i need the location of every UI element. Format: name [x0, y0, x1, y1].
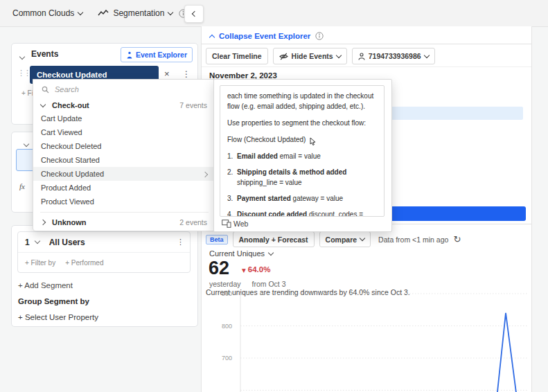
chevron-down-icon: [168, 9, 173, 15]
segment-filter-by-link[interactable]: + Filter by: [25, 259, 55, 267]
chevron-down-icon: [40, 101, 46, 107]
eye-off-icon: [279, 53, 288, 60]
platform-row: Web: [222, 220, 248, 228]
data-freshness-label: Data from <1 min ago: [378, 235, 448, 244]
description-paragraph: each time something is updated in the ch…: [227, 91, 377, 112]
segment-box: 1 All Users ⋮ + Filter by + Performed: [17, 231, 191, 273]
view-switcher[interactable]: Segmentation: [98, 8, 173, 18]
metric-label: Current Uniques: [209, 249, 265, 258]
dropdown-item[interactable]: Product Viewed: [33, 195, 215, 208]
beta-badge: Beta: [206, 235, 228, 244]
remove-event-button[interactable]: ×: [164, 69, 170, 79]
chevron-right-icon: [202, 172, 208, 177]
down-triangle-icon: ▾: [242, 265, 246, 275]
clear-timeline-button[interactable]: Clear Timeline: [206, 48, 268, 64]
metric-period-row: yesterday from Oct 3: [209, 280, 286, 288]
refresh-icon[interactable]: ↻: [453, 234, 461, 244]
platform-label: Web: [233, 220, 248, 228]
events-title: Events: [31, 49, 58, 59]
change-percent: 64.0%: [248, 265, 271, 275]
search-placeholder: Search: [55, 85, 79, 93]
info-icon[interactable]: [315, 32, 324, 40]
project-switcher[interactable]: Common Clouds: [12, 8, 82, 18]
chevron-left-icon: [192, 11, 197, 17]
chevron-down-icon: [268, 249, 274, 255]
dropdown-item-active[interactable]: Checkout Updated: [33, 167, 215, 181]
metric-change: ▾ 64.0%: [242, 265, 270, 275]
group-label: Check-out: [52, 101, 89, 109]
group-segment-by-label: Group Segment by: [18, 297, 89, 305]
chevron-down-icon: [78, 9, 83, 15]
collapse-sidebar-button[interactable]: [184, 5, 204, 23]
app-window: Common Clouds Segmentation Events Event …: [0, 0, 548, 392]
dropdown-item[interactable]: Checkout Deleted: [33, 139, 215, 153]
flow-step: 4. Discount code added discount_codes = …: [227, 209, 377, 217]
segment-index: 1: [25, 238, 30, 247]
select-user-property-link[interactable]: + Select User Property: [18, 313, 98, 321]
chevron-down-icon[interactable]: [34, 238, 39, 244]
collapse-measured-icon[interactable]: [24, 139, 28, 148]
flow-step: 3. Payment started gateway = value: [227, 193, 377, 204]
anomaly-forecast-button[interactable]: Anomaly + Forecast: [233, 231, 315, 247]
segment-performed-link[interactable]: + Performed: [65, 259, 103, 267]
dropdown-unknown-group[interactable]: Unknown 2 events: [33, 214, 215, 231]
drag-handle[interactable]: ⋮⋮: [17, 69, 30, 78]
metric-value: 62: [209, 258, 229, 279]
unknown-label: Unknown: [52, 218, 87, 226]
search-icon: [42, 86, 49, 93]
chevron-down-icon: [360, 235, 365, 241]
dropdown-item[interactable]: Checkout Started: [33, 153, 215, 167]
chart-controls-row: Beta Anomaly + Forecast Compare Data fro…: [206, 231, 461, 247]
toolbar-divider: [202, 66, 531, 67]
collapse-explorer-row: Collapse Event Explorer: [210, 32, 324, 40]
segment-name[interactable]: All Users: [49, 238, 85, 247]
explorer-person-icon: [126, 51, 133, 59]
description-paragraph: Flow (Checkout Updated): [227, 134, 377, 145]
compare-button[interactable]: Compare: [319, 231, 371, 247]
svg-text:700: 700: [222, 355, 232, 362]
top-bar: Common Clouds Segmentation: [0, 0, 548, 27]
segment-card: 1 All Users ⋮ + Filter by + Performed + …: [11, 225, 198, 327]
segment-kebab-menu[interactable]: ⋮: [177, 238, 184, 247]
compare-from: from Oct 3: [252, 280, 286, 288]
flow-step: 2. Shipping details & method added shipp…: [227, 167, 377, 188]
chevron-up-icon: [209, 34, 215, 39]
cursor-pointer-icon: [309, 137, 317, 146]
dropdown-item[interactable]: Cart Update: [33, 112, 215, 125]
web-devices-icon: [222, 220, 231, 228]
flow-step: 1. Email added email = value: [227, 151, 377, 161]
formula-fx-button[interactable]: fx: [19, 182, 25, 190]
person-icon: [358, 53, 365, 60]
group-count: 7 events: [179, 101, 207, 109]
metric-selector[interactable]: Current Uniques: [209, 249, 273, 258]
dropdown-items: Cart Update Cart Viewed Checkout Deleted…: [33, 112, 215, 208]
dropdown-search[interactable]: Search: [33, 80, 215, 99]
description-paragraph: Use properties to segment the checkout f…: [227, 118, 377, 128]
event-explorer-button[interactable]: Event Explorer: [121, 47, 193, 62]
collapse-events-icon[interactable]: [20, 52, 24, 60]
user-id-button[interactable]: 7194733936986: [352, 48, 435, 64]
hide-events-button[interactable]: Hide Events: [273, 48, 347, 64]
chevron-right-icon: [40, 220, 46, 225]
dropdown-item[interactable]: Product Added: [33, 181, 215, 195]
chevron-down-icon: [335, 52, 341, 57]
chevron-down-icon: [423, 52, 429, 57]
uniques-chart[interactable]: 900800700: [202, 291, 531, 392]
add-segment-link[interactable]: + Add Segment: [18, 281, 73, 289]
event-description-tooltip: each time something is updated in the ch…: [213, 79, 392, 232]
project-name: Common Clouds: [12, 8, 74, 18]
dropdown-group-header[interactable]: Check-out 7 events: [33, 99, 215, 112]
view-name: Segmentation: [113, 8, 164, 18]
segment-header-row: 1 All Users ⋮: [18, 232, 190, 253]
timeline-toolbar: Clear Timeline Hide Events 7194733936986: [206, 48, 435, 64]
dropdown-item[interactable]: Cart Viewed: [33, 125, 215, 139]
event-select-dropdown: Search Check-out 7 events Cart Update Ca…: [33, 79, 216, 231]
segment-filters-row: + Filter by + Performed: [18, 253, 190, 273]
dropdown-divider: [40, 212, 209, 213]
unknown-count: 2 events: [179, 218, 207, 226]
line-chart-icon: [98, 10, 109, 17]
svg-text:800: 800: [222, 323, 232, 330]
event-kebab-menu[interactable]: ⋮: [182, 69, 191, 79]
collapse-explorer-link[interactable]: Collapse Event Explorer: [219, 32, 310, 40]
event-description-box: each time something is updated in the ch…: [220, 85, 385, 217]
